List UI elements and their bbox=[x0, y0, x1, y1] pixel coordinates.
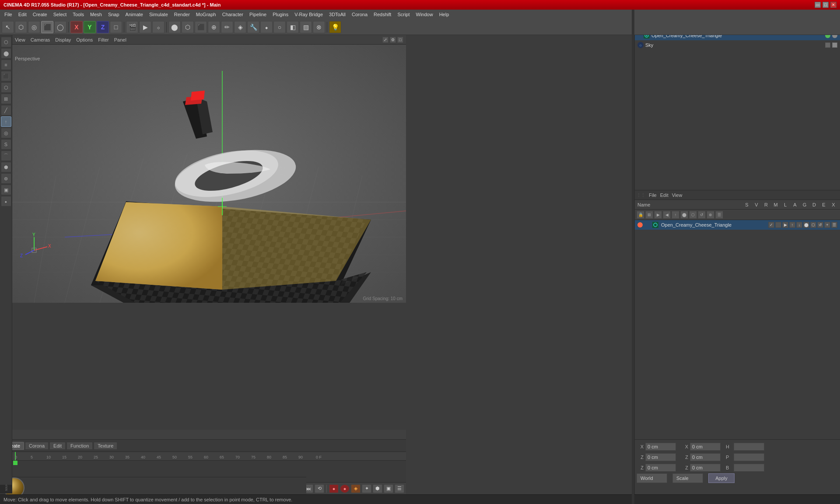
attr-check-6[interactable]: ⬤ bbox=[803, 222, 809, 228]
pb-record-stop[interactable]: ● bbox=[340, 484, 350, 493]
left-tool-s[interactable]: S bbox=[1, 139, 11, 150]
tool-sculpt[interactable]: ⬥ bbox=[260, 21, 273, 33]
attr-check-3[interactable]: ▶ bbox=[782, 222, 788, 228]
sky-vis-dot-1[interactable] bbox=[825, 42, 830, 48]
tool-points[interactable]: ⬤ bbox=[168, 21, 181, 33]
scene-row-sky[interactable]: ○ Sky bbox=[635, 40, 840, 50]
menu-simulate[interactable]: Simulate bbox=[147, 11, 171, 18]
menu-create[interactable]: Create bbox=[30, 11, 50, 18]
attr-check-1[interactable]: ✓ bbox=[768, 222, 774, 228]
tab-corona[interactable]: Corona bbox=[25, 442, 49, 450]
tool-brush[interactable]: ◈ bbox=[234, 21, 246, 33]
left-tool-1[interactable]: ⬡ bbox=[1, 37, 11, 47]
coord-b-input[interactable] bbox=[734, 464, 764, 472]
menu-script[interactable]: Script bbox=[395, 11, 412, 18]
tool-edges[interactable]: ⬡ bbox=[182, 21, 194, 33]
attr-menu-edit[interactable]: Edit bbox=[660, 192, 668, 198]
menu-edit[interactable]: Edit bbox=[16, 11, 29, 18]
left-tool-2[interactable]: ⬤ bbox=[1, 48, 11, 59]
left-tool-6[interactable]: ⊞ bbox=[1, 94, 11, 104]
menu-snap[interactable]: Snap bbox=[105, 11, 122, 18]
menu-plugins[interactable]: Plugins bbox=[270, 11, 291, 18]
menu-corona[interactable]: Corona bbox=[349, 11, 370, 18]
attr-btn-5[interactable]: ↑ bbox=[672, 211, 679, 219]
coord-z2-scale-input[interactable] bbox=[690, 464, 721, 472]
pb-list[interactable]: ☰ bbox=[395, 484, 404, 493]
coord-x-scale-input[interactable] bbox=[690, 443, 721, 451]
menu-animate[interactable]: Animate bbox=[123, 11, 146, 18]
tab-edit[interactable]: Edit bbox=[49, 442, 66, 450]
coord-p-input[interactable] bbox=[734, 453, 764, 461]
vp-expand-icon[interactable]: ⤢ bbox=[382, 37, 388, 43]
attr-check-4[interactable]: ↑ bbox=[789, 222, 795, 228]
attr-check-7[interactable]: ⬡ bbox=[810, 222, 816, 228]
coord-x-pos-input[interactable] bbox=[645, 443, 676, 451]
vp-menu-cameras[interactable]: Cameras bbox=[31, 37, 50, 42]
attr-check-10[interactable]: ☰ bbox=[831, 222, 837, 228]
left-tool-7[interactable]: ╱ bbox=[1, 105, 11, 116]
vp-menu-display[interactable]: Display bbox=[55, 37, 71, 42]
attr-btn-lock[interactable]: 🔒 bbox=[637, 211, 644, 219]
tool-world-axis[interactable]: □ bbox=[110, 21, 122, 33]
vp-menu-panel[interactable]: Panel bbox=[114, 37, 126, 42]
attr-btn-8[interactable]: ↺ bbox=[698, 211, 706, 219]
menu-3dtoall[interactable]: 3DToAll bbox=[326, 11, 348, 18]
tool-uv[interactable]: ▨ bbox=[300, 21, 312, 33]
left-tool-9[interactable]: ⬢ bbox=[1, 162, 11, 172]
menu-mograph[interactable]: MoGraph bbox=[193, 11, 219, 18]
attr-check-2[interactable] bbox=[775, 222, 781, 228]
menu-select[interactable]: Select bbox=[51, 11, 70, 18]
tool-light[interactable]: 💡 bbox=[329, 21, 341, 33]
tool-rotate[interactable]: ◎ bbox=[28, 21, 40, 33]
attr-btn-6[interactable]: ⬤ bbox=[680, 211, 688, 219]
pb-record[interactable]: ● bbox=[329, 484, 339, 493]
menu-render[interactable]: Render bbox=[172, 11, 192, 18]
tab-function[interactable]: Function bbox=[66, 442, 93, 450]
vp-fullscreen-icon[interactable]: □ bbox=[397, 37, 403, 43]
panel-resize-handle[interactable] bbox=[632, 10, 634, 504]
tool-polygons[interactable]: ⬛ bbox=[195, 21, 207, 33]
attr-menu-file[interactable]: File bbox=[649, 192, 657, 198]
menu-file[interactable]: File bbox=[2, 11, 15, 18]
pb-keyframe[interactable]: ◈ bbox=[351, 484, 360, 493]
attr-btn-7[interactable]: ⬡ bbox=[689, 211, 697, 219]
menu-redshift[interactable]: Redshift bbox=[371, 11, 394, 18]
attr-check-9[interactable]: + bbox=[824, 222, 830, 228]
tool-loop[interactable]: ⊕ bbox=[208, 21, 220, 33]
pb-autokey[interactable]: ✦ bbox=[362, 484, 371, 493]
tool-x-axis[interactable]: X bbox=[70, 21, 83, 33]
tool-scale[interactable]: ⬡ bbox=[15, 21, 27, 33]
vp-menu-options[interactable]: Options bbox=[76, 37, 93, 42]
attr-selected-row[interactable]: Open_Creamy_Cheese_Triangle ✓ ▶ ↑ ↓ ⬤ ⬡ … bbox=[635, 220, 840, 230]
left-tool-5[interactable]: ⬡ bbox=[1, 82, 11, 93]
tool-scene[interactable]: ◯ bbox=[54, 21, 66, 33]
coord-h-input[interactable] bbox=[734, 443, 764, 451]
vp-menu-filter[interactable]: Filter bbox=[98, 37, 108, 42]
attr-check-5[interactable]: ↓ bbox=[796, 222, 802, 228]
tool-magnet[interactable]: 🔧 bbox=[247, 21, 259, 33]
world-button[interactable]: World bbox=[637, 473, 667, 483]
close-button[interactable]: ✕ bbox=[830, 2, 836, 8]
tool-render-view[interactable]: ▶ bbox=[139, 21, 151, 33]
pb-loop[interactable]: ⟲ bbox=[315, 484, 324, 493]
left-tool-move[interactable]: ↑ bbox=[1, 116, 11, 127]
menu-character[interactable]: Character bbox=[220, 11, 246, 18]
left-tool-10[interactable]: ⊛ bbox=[1, 173, 11, 184]
tool-texture[interactable]: ◧ bbox=[287, 21, 299, 33]
pb-motion[interactable]: ⬢ bbox=[373, 484, 382, 493]
menu-mesh[interactable]: Mesh bbox=[88, 11, 105, 18]
attr-btn-4[interactable]: ◀ bbox=[663, 211, 671, 219]
left-tool-11[interactable]: ▣ bbox=[1, 185, 11, 195]
viewport-canvas[interactable]: Perspective bbox=[12, 45, 406, 303]
attr-btn-3[interactable]: ▶ bbox=[654, 211, 662, 219]
attr-btn-2[interactable]: ⊞ bbox=[645, 211, 653, 219]
left-tool-3[interactable]: ≡ bbox=[1, 60, 11, 70]
left-tool-12[interactable]: ⬥ bbox=[1, 196, 11, 206]
minimize-button[interactable]: — bbox=[815, 2, 821, 8]
tool-z-axis[interactable]: Z bbox=[97, 21, 109, 33]
tool-object[interactable]: ⬛ bbox=[41, 21, 53, 33]
menu-vraybridge[interactable]: V-Ray Bridge bbox=[292, 11, 326, 18]
scale-button[interactable]: Scale bbox=[672, 473, 703, 483]
tool-y-axis[interactable]: Y bbox=[84, 21, 96, 33]
sky-vis-dot-2[interactable] bbox=[832, 42, 837, 48]
